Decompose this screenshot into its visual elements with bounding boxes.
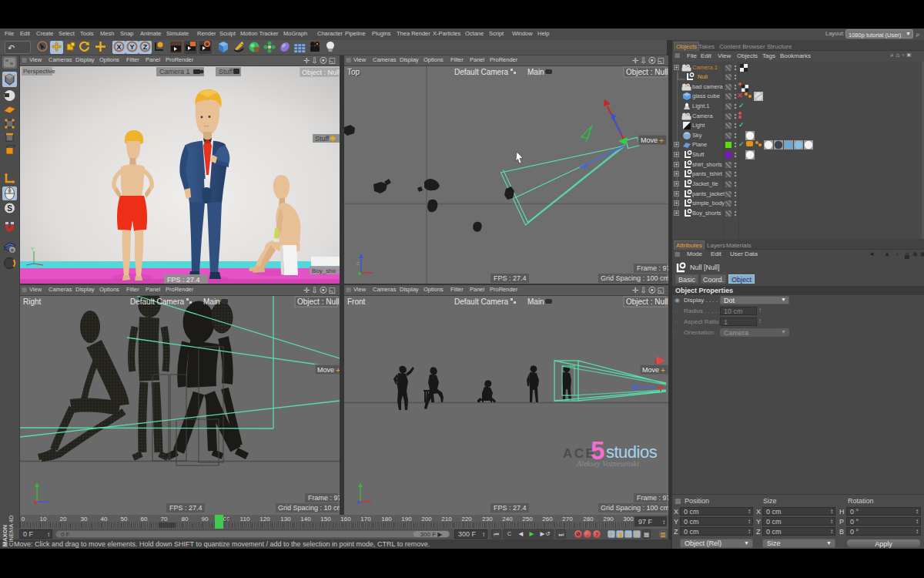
svg-text:Object : Null: Object : Null bbox=[626, 68, 668, 76]
svg-text:FPS : 27.4: FPS : 27.4 bbox=[494, 504, 527, 512]
svg-text:Object : Null: Object : Null bbox=[302, 69, 340, 76]
svg-text:Stuff: Stuff bbox=[315, 135, 330, 143]
svg-text:Move: Move bbox=[317, 366, 334, 374]
svg-text:Move: Move bbox=[641, 136, 658, 144]
svg-text:Front: Front bbox=[347, 297, 366, 306]
svg-text:Perspective: Perspective bbox=[23, 68, 55, 75]
svg-text:Move: Move bbox=[642, 366, 659, 374]
svg-text:Grid Spacing : 100 cm: Grid Spacing : 100 cm bbox=[601, 504, 668, 512]
svg-text:Default Camera: Default Camera bbox=[454, 297, 508, 306]
svg-text:Main: Main bbox=[527, 68, 544, 76]
svg-text:FPS : 27.4: FPS : 27.4 bbox=[167, 276, 200, 284]
svg-text:Boy_sho: Boy_sho bbox=[312, 267, 336, 274]
svg-text:Grid Spacing : 10 cm: Grid Spacing : 10 cm bbox=[278, 504, 340, 512]
svg-text:Z: Z bbox=[143, 43, 148, 51]
svg-text:+: + bbox=[661, 366, 665, 375]
svg-text:Top: Top bbox=[347, 68, 360, 76]
svg-text:FPS : 27.4: FPS : 27.4 bbox=[169, 504, 203, 512]
svg-text:S: S bbox=[7, 204, 12, 213]
svg-text:Object : Null: Object : Null bbox=[626, 297, 668, 306]
svg-text:Object : Null: Object : Null bbox=[297, 297, 339, 306]
svg-text:Right: Right bbox=[23, 297, 42, 306]
svg-text:Main: Main bbox=[203, 297, 220, 306]
svg-text:Aleksey Voznesenski: Aleksey Voznesenski bbox=[576, 459, 639, 468]
svg-text:+: + bbox=[659, 136, 664, 145]
svg-text:Frame : 97: Frame : 97 bbox=[637, 494, 668, 502]
svg-text:Frame : 97: Frame : 97 bbox=[308, 494, 340, 502]
svg-text:Stuff: Stuff bbox=[219, 68, 233, 76]
svg-text:Y: Y bbox=[129, 43, 134, 51]
svg-text:Y: Y bbox=[31, 247, 34, 251]
svg-text:FPS : 27.4: FPS : 27.4 bbox=[494, 274, 527, 282]
svg-text:Main: Main bbox=[527, 297, 544, 306]
svg-text:Default Camera: Default Camera bbox=[454, 68, 508, 76]
svg-text:+: + bbox=[336, 366, 340, 375]
svg-text:Grid Spacing : 100 cm: Grid Spacing : 100 cm bbox=[601, 274, 668, 282]
svg-text:Frame : 97: Frame : 97 bbox=[637, 264, 668, 272]
svg-text:Z: Z bbox=[357, 261, 360, 266]
svg-text:Camera 1: Camera 1 bbox=[159, 68, 190, 76]
svg-text:X: X bbox=[116, 43, 121, 51]
svg-text:Default Camera: Default Camera bbox=[130, 297, 184, 306]
